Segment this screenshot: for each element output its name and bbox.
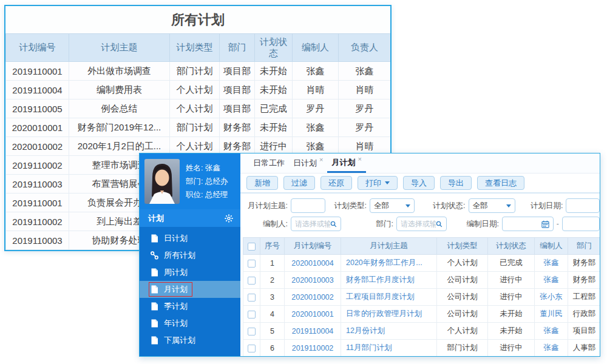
avatar: [144, 159, 180, 204]
cell: 张鑫: [339, 62, 391, 81]
sidebar-item-quarter-plan[interactable]: 季计划: [140, 298, 240, 315]
file-icon: [151, 336, 158, 345]
left-panel: 姓名: 张鑫部门: 总经办职位: 总经理 计划: [140, 153, 240, 356]
close-icon[interactable]: ×: [358, 156, 361, 162]
gear-icon[interactable]: [225, 214, 233, 223]
sidebar-item-all-plans[interactable]: 所有计划: [140, 247, 240, 264]
creator-input[interactable]: [291, 217, 341, 231]
row-checkbox[interactable]: [248, 277, 256, 285]
plan-status: 进行中: [488, 272, 535, 289]
filter-button[interactable]: 过滤: [283, 176, 315, 190]
plan-date-input[interactable]: [566, 198, 600, 213]
reset-button[interactable]: 还原: [320, 176, 352, 190]
table-row[interactable]: 32020010002工程项目部月度计划公司计划进行中张小东工程部张小东: [243, 289, 600, 306]
table-row[interactable]: 2019110004编制费用表个人计划项目部未开始肖晴肖晴: [6, 81, 391, 99]
button-label: 新增: [254, 178, 270, 189]
row-number: 4: [260, 306, 285, 323]
table-row[interactable]: 2019110005例会总结个人计划项目部已完成罗丹罗丹: [6, 99, 391, 118]
table-row[interactable]: 22020010003财务部工作月度计划公司计划进行中张鑫财务部张鑫: [243, 272, 600, 289]
plan-type-label: 计划类型:: [329, 201, 367, 211]
import-button[interactable]: 导入: [403, 176, 435, 190]
table-row[interactable]: 2019110001外出做市场调查部门计划项目部未开始张鑫张鑫: [6, 62, 391, 81]
row-checkbox[interactable]: [248, 345, 256, 352]
plan-code-link[interactable]: 2020010002: [285, 289, 341, 306]
plan-type-select[interactable]: 全部: [370, 198, 414, 213]
plan-code-link[interactable]: 2020010003: [285, 272, 341, 289]
plan-status-select[interactable]: 全部: [469, 198, 516, 213]
plan-type: 公司计划: [437, 289, 488, 306]
sidebar-item-subordinate-plan[interactable]: 下属计划: [140, 332, 240, 349]
creator-link[interactable]: 张小东: [535, 289, 568, 306]
button-label: 导入: [411, 178, 427, 189]
department-input[interactable]: [396, 217, 447, 231]
plan-code-link[interactable]: 2020010001: [285, 306, 341, 323]
row-number: 6: [260, 340, 285, 357]
table-row[interactable]: 5201911000412月份计划个人计划未开始张鑫项目部张鑫: [243, 323, 600, 340]
creator-link[interactable]: 张鑫: [535, 340, 568, 357]
search-input[interactable]: [401, 220, 436, 228]
plan-status-label: 计划状态:: [426, 201, 466, 211]
close-icon[interactable]: ×: [319, 157, 323, 163]
text-input[interactable]: [295, 201, 321, 210]
table-row[interactable]: 42020010001日常的行政管理月计划公司计划未开始董川民行政部董川民: [243, 306, 600, 323]
checkbox-cell: [243, 289, 260, 306]
creator-link[interactable]: 张鑫: [535, 323, 568, 340]
selected-value: 全部: [473, 201, 488, 211]
plan-subject-link[interactable]: 财务部工作月度计划: [341, 272, 437, 289]
all-plans-header-row: 计划编号计划主题计划类型部门计划状态编制人负责人: [6, 34, 391, 62]
creator-link[interactable]: 张鑫: [535, 255, 568, 272]
row-checkbox[interactable]: [248, 294, 256, 302]
button-label: 导出: [448, 178, 464, 189]
create-date-end-input[interactable]: [562, 217, 600, 231]
column-header: 计划类型: [170, 34, 220, 62]
calendar-icon[interactable]: [541, 220, 549, 228]
print-button[interactable]: 打印: [358, 176, 398, 190]
plan-code-link[interactable]: 2019110002: [285, 340, 341, 357]
search-input[interactable]: [295, 220, 330, 228]
sidebar-item-year-plan[interactable]: 年计划: [140, 315, 240, 332]
row-checkbox[interactable]: [248, 328, 256, 335]
search-icon[interactable]: [436, 220, 443, 228]
sidebar-item-inner: 周计划: [149, 266, 192, 279]
subject-input[interactable]: [291, 198, 325, 213]
plan-subject-link[interactable]: 日常的行政管理月计划: [341, 306, 437, 323]
tab-daily-work[interactable]: 日常工作: [249, 153, 289, 173]
plan-type: 公司计划: [437, 306, 488, 323]
sidebar-item-label: 日计划: [164, 233, 188, 244]
plan-code-link[interactable]: 2020010004: [285, 255, 341, 272]
filter-row-1: 月计划主题:计划类型:全部计划状态:全部计划日期:: [240, 197, 600, 215]
sidebar-item-inner: 季计划: [149, 300, 192, 313]
plan-subject-link[interactable]: 工程项目部月度计划: [341, 289, 437, 306]
sidebar-item-day-plan[interactable]: 日计划: [140, 230, 240, 247]
creator-link[interactable]: 董川民: [535, 306, 568, 323]
view-log-button[interactable]: 查看日志: [477, 176, 524, 190]
table-row[interactable]: 2020010001财务部门2019年12...部门计划财务部未开始张鑫罗丹: [6, 118, 391, 137]
tab-day-plan[interactable]: 日计划×: [289, 153, 327, 173]
table-row[interactable]: 6201911000211月部门计划部门计划进行中张鑫人事部罗毅: [243, 340, 600, 357]
text-input[interactable]: [570, 201, 595, 210]
select-all-checkbox[interactable]: [248, 243, 256, 251]
tab-bar: 日常工作日计划×月计划×: [240, 153, 600, 174]
plan-subject-link[interactable]: 2020年财务部工作月...: [341, 255, 437, 272]
file-icon: [151, 285, 158, 294]
export-button[interactable]: 导出: [440, 176, 472, 190]
checkbox-cell: [243, 340, 260, 357]
cell: 2019110002: [6, 212, 69, 231]
row-checkbox[interactable]: [248, 311, 256, 318]
creator-link[interactable]: 张鑫: [535, 272, 568, 289]
table-row[interactable]: 120200100042020年财务部工作月...个人计划已完成张鑫财务部张鑫: [243, 255, 600, 272]
column-header: 编制人: [293, 34, 339, 62]
button-label: 打印: [365, 178, 381, 189]
sidebar-item-week-plan[interactable]: 周计划: [140, 264, 240, 281]
add-button[interactable]: 新增: [246, 176, 278, 190]
sidebar-item-inner: 年计划: [149, 317, 192, 330]
plan-subject-link[interactable]: 12月份计划: [341, 323, 437, 340]
sidebar-item-month-plan[interactable]: 月计划: [140, 281, 240, 298]
row-number: 3: [260, 289, 285, 306]
plan-code-link[interactable]: 2019110004: [285, 323, 341, 340]
plan-subject-link[interactable]: 11月部门计划: [341, 340, 437, 357]
search-icon[interactable]: [330, 220, 337, 228]
tab-month-plan[interactable]: 月计划×: [327, 153, 365, 173]
create-date-start-input[interactable]: [502, 217, 554, 231]
row-checkbox[interactable]: [248, 260, 256, 268]
